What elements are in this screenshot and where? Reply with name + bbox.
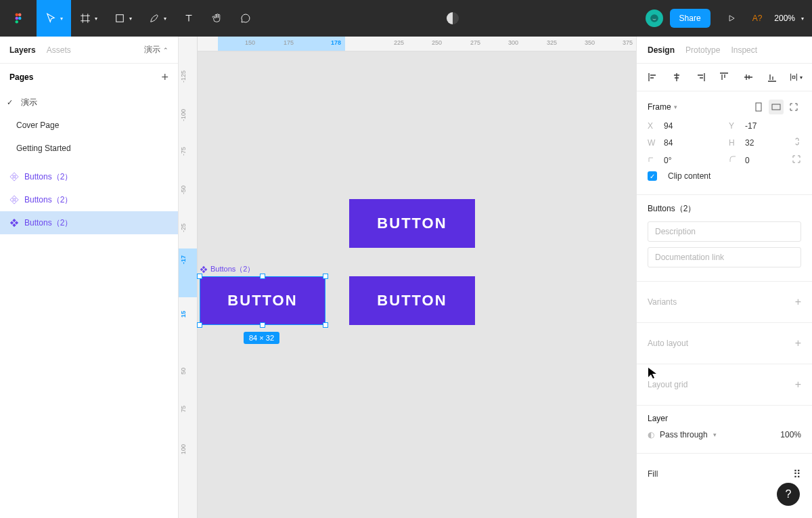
text-tool[interactable] — [175, 0, 203, 37]
add-layoutgrid-button[interactable]: + — [795, 379, 801, 391]
selection-handle[interactable] — [197, 274, 202, 279]
play-icon — [727, 14, 736, 23]
page-item-active[interactable]: 演示 — [0, 91, 178, 114]
cursor-icon — [45, 12, 57, 24]
h-input[interactable]: 32 — [745, 138, 786, 148]
add-autolayout-button[interactable]: + — [795, 337, 801, 349]
chevron-down-icon[interactable]: ▾ — [674, 104, 677, 110]
comment-tool[interactable] — [231, 0, 260, 37]
rotation-input[interactable]: 0° — [664, 156, 704, 165]
corner-input[interactable]: 0 — [745, 156, 786, 165]
page-dropdown[interactable]: 演示 ⌃ — [144, 44, 168, 56]
fill-section: Fill⠿ — [637, 454, 812, 486]
hand-tool[interactable] — [203, 0, 231, 37]
selection-label-text: Buttons（2） — [210, 264, 254, 274]
selection-handle[interactable] — [260, 322, 265, 328]
x-label: X — [648, 121, 658, 131]
tab-inspect[interactable]: Inspect — [731, 45, 757, 55]
user-avatar[interactable] — [646, 9, 663, 27]
add-page-button[interactable]: + — [161, 70, 168, 85]
add-fill-button[interactable]: ⠿ — [793, 468, 801, 481]
add-variant-button[interactable]: + — [795, 296, 801, 308]
layer-item-selected[interactable]: Buttons（2） — [0, 211, 178, 234]
tab-design[interactable]: Design — [648, 45, 675, 55]
clip-content-label: Clip content — [668, 171, 710, 181]
ruler-tick: 150 — [245, 39, 255, 46]
component-icon — [9, 172, 19, 181]
description-input[interactable] — [648, 221, 801, 242]
canvas-area[interactable]: 150175178225250275300325350375 -125-100-… — [179, 37, 636, 518]
tab-assets[interactable]: Assets — [47, 45, 71, 55]
align-left-icon[interactable] — [646, 70, 660, 84]
align-hcenter-icon[interactable] — [670, 70, 683, 84]
pen-tool[interactable]: ▾ — [140, 0, 175, 37]
ruler-tick: 300 — [508, 39, 518, 46]
page-item[interactable]: Getting Started — [0, 137, 178, 160]
portrait-button[interactable] — [751, 100, 766, 114]
button-component-2[interactable]: BUTTON — [349, 276, 475, 325]
zoom-dropdown[interactable]: 200% ▾ — [774, 14, 804, 23]
main-area: Layers Assets 演示 ⌃ Pages + 演示 Cover Page… — [0, 37, 812, 518]
frame-icon — [79, 12, 91, 24]
share-button[interactable]: Share — [670, 9, 710, 28]
layer-item[interactable]: Buttons（2） — [0, 188, 178, 211]
ruler-tick: 50 — [180, 368, 187, 374]
avatar-icon — [650, 14, 659, 23]
ruler-tick: 175 — [284, 39, 294, 46]
selection-handle[interactable] — [197, 322, 202, 328]
align-top-icon[interactable] — [717, 70, 731, 84]
w-input[interactable]: 84 — [664, 138, 704, 148]
page-label: 演示 — [21, 97, 37, 108]
svg-point-0 — [16, 14, 19, 17]
layer-item[interactable]: Buttons（2） — [0, 165, 178, 188]
autolayout-label: Auto layout — [648, 339, 688, 348]
link-wh-icon[interactable] — [793, 136, 801, 149]
layer-section: Layer ◐ Pass through ▾ 100% — [637, 406, 812, 454]
align-vcenter-icon[interactable] — [742, 70, 755, 84]
distribute-icon[interactable]: ▾ — [789, 70, 803, 84]
align-right-icon[interactable] — [694, 70, 707, 84]
right-panel-tabs: Design Prototype Inspect — [637, 37, 812, 64]
ruler-tick: -17 — [180, 255, 187, 264]
text-icon — [183, 12, 195, 24]
selection-size-pill: 84 × 32 — [244, 332, 279, 344]
tab-prototype[interactable]: Prototype — [685, 45, 720, 55]
selection-label[interactable]: Buttons（2） — [200, 264, 254, 274]
y-input[interactable]: -17 — [745, 121, 786, 131]
button-component-1[interactable]: BUTTON — [349, 199, 475, 248]
fit-button[interactable] — [786, 100, 801, 114]
missing-fonts-indicator[interactable]: A? — [752, 14, 763, 23]
opacity-input[interactable]: 100% — [780, 430, 801, 439]
comment-icon — [240, 12, 252, 24]
present-button[interactable] — [719, 0, 744, 37]
blend-mode-dropdown[interactable]: Pass through — [660, 430, 708, 439]
shape-tool[interactable]: ▾ — [106, 0, 140, 37]
clip-content-checkbox[interactable]: ✓ — [648, 171, 657, 181]
frame-tool[interactable]: ▾ — [71, 0, 106, 37]
figma-menu[interactable] — [0, 0, 37, 37]
page-item[interactable]: Cover Page — [0, 114, 178, 137]
svg-point-3 — [18, 17, 22, 20]
frame-section: Frame ▾ X 94 Y -17 W 84 H — [637, 91, 812, 195]
documentation-input[interactable] — [648, 247, 801, 267]
svg-point-4 — [16, 20, 19, 24]
ruler-tick: 75 — [180, 406, 187, 412]
appearance-toggle[interactable] — [438, 0, 467, 37]
tab-layers[interactable]: Layers — [9, 45, 36, 55]
alignment-controls: ▾ — [637, 64, 812, 91]
frame-label[interactable]: Frame — [648, 102, 671, 112]
chevron-down-icon: ▾ — [713, 431, 717, 438]
align-bottom-icon[interactable] — [765, 70, 779, 84]
component-section: Buttons（2） — [637, 195, 812, 282]
selection-handle[interactable] — [260, 274, 265, 279]
x-input[interactable]: 94 — [664, 121, 704, 131]
landscape-button[interactable] — [769, 100, 784, 114]
canvas[interactable]: BUTTON BUTTON BUTTON Buttons（2） 84 × 32 — [198, 51, 636, 518]
independent-corners-icon[interactable] — [792, 154, 801, 166]
help-button[interactable]: ? — [777, 483, 800, 506]
move-tool[interactable]: ▾ — [37, 0, 71, 37]
y-label: Y — [729, 121, 740, 131]
selection-handle[interactable] — [323, 274, 328, 279]
ruler-h-highlight — [218, 37, 345, 51]
selection-handle[interactable] — [323, 322, 328, 328]
